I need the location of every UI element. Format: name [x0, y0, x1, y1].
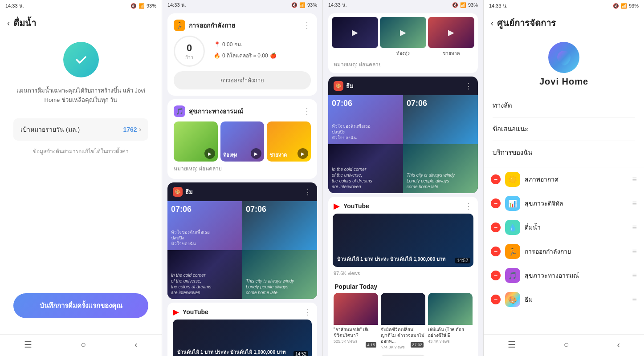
top-thumb-2[interactable]: ▶ — [380, 17, 426, 48]
time-p1: 14:33 น. — [5, 2, 24, 10]
mood-img-1[interactable]: ▶ — [174, 121, 218, 162]
drag-drink[interactable]: ≡ — [632, 223, 637, 232]
top-thumb-1[interactable]: ▶ — [332, 17, 378, 48]
theme-cell-p3-3[interactable]: In the cold cornerof the universe,the co… — [328, 144, 403, 193]
play-btn-2[interactable]: ▶ — [251, 148, 261, 159]
popular-thumb-3 — [428, 293, 473, 325]
exercise-title: 🏃 การออกกำลังกาย — [174, 20, 235, 31]
play-btn-3[interactable]: ▶ — [298, 148, 308, 159]
theme-cell-4[interactable]: This city is always windyLonely people a… — [242, 250, 317, 299]
theme-cell-p3-1[interactable]: 07:06 หัวใจของฉันเพื่อเธอ ปลบปิง หัวใจขอ… — [328, 95, 403, 144]
theme-cell-3[interactable]: In the cold cornerof the universe,the co… — [167, 250, 242, 299]
exercise-button[interactable]: การออกกำลังกาย — [174, 71, 311, 89]
goal-row[interactable]: เป้าหมายรายวัน (มล.) 1762 › — [13, 118, 148, 141]
panel2-scroll[interactable]: 🏃 การออกกำลังกาย ⋮ 0 ก้าว 📍 0.00 กม. — [162, 10, 322, 356]
description-text: แผนการดื่มน้ำเฉพาะคุณได้รับการสร้างขึ้น … — [13, 86, 148, 105]
remove-mood[interactable]: − — [491, 271, 501, 280]
back-nav-icon[interactable]: ‹ — [135, 340, 138, 350]
popular-item-2[interactable]: 37:02 จับผิดชีวิตเปลี่ยน! ญาติโม ตำรวจแม… — [381, 293, 425, 349]
panel3-scroll[interactable]: ▶ ▶ ▶ ท้องทุ่ง ชายหาด หมายเหตุ: ผ่อนคลาย — [323, 10, 483, 356]
service-mood[interactable]: − 🎵 สุขภาวะทางอารมณ์ ≡ — [484, 263, 644, 287]
theme-icon-p3: 🎨 — [334, 81, 343, 91]
youtube-card-p3: ▶ YouTube ⋮ บ้านต้นไม้ 1 บาท ประหะ บ้านต… — [328, 197, 478, 356]
theme-cell-p3-2[interactable]: 07:06 — [403, 95, 478, 144]
play-top-2[interactable]: ▶ — [380, 17, 426, 48]
home-icon-p4[interactable]: ○ — [564, 340, 569, 350]
play-top-3[interactable]: ▶ — [428, 17, 474, 48]
remove-drink[interactable]: − — [491, 222, 501, 232]
menu-icon-p4[interactable]: ☰ — [508, 339, 516, 350]
popular-item-3[interactable]: เล่ห์แต้น (The ต้อยอย่างซีรีส์ E 43.4K v… — [428, 293, 473, 349]
save-button[interactable]: บันทึกการดื่มครั้งแรกของคุณ — [13, 293, 148, 318]
service-digital[interactable]: − 📊 สุขภาวะดิจิทัล ≡ — [484, 191, 644, 215]
mood-img-2[interactable]: ท้องทุ่ง ▶ — [220, 121, 265, 162]
services-list: − ☀️ สภาพอากาศ ≡ − 📊 สุขภาวะดิจิทัล ≡ − … — [484, 167, 644, 334]
status-bar-p3: 14:33 น. 🔇 📶 93% — [323, 0, 483, 10]
menu-item-suggest[interactable]: ข้อเสนอแนะ — [484, 117, 644, 141]
yt-menu-p3[interactable]: ⋮ — [465, 201, 473, 211]
theme-cell-2[interactable]: 07:06 — [242, 201, 317, 250]
panel-widgets: 14:33 น. 🔇 📶 93% 🏃 การออกกำลังกาย ⋮ — [162, 0, 322, 356]
mood-img-3[interactable]: ชายหาด ▶ — [267, 121, 311, 162]
remove-theme[interactable]: − — [491, 295, 501, 304]
panel2-wrapper: 🏃 การออกกำลังกาย ⋮ 0 ก้าว 📍 0.00 กม. — [162, 10, 322, 356]
yt-header-p2: ▶ YouTube ⋮ — [167, 303, 317, 320]
service-exercise[interactable]: − 🏃 การออกกำลังกาย ≡ — [484, 239, 644, 263]
back-button-p1[interactable]: ‹ — [7, 19, 10, 28]
theme-cell-p3-4[interactable]: This city is always windyLonely people a… — [403, 144, 478, 193]
menu-item-shortcuts[interactable]: ทางลัด — [484, 94, 644, 117]
time-overlay-2: 07:06 — [246, 205, 266, 214]
mute-icon: 🔇 — [130, 3, 137, 9]
chevron-icon: › — [139, 125, 141, 134]
drag-exercise[interactable]: ≡ — [632, 247, 637, 256]
exercise-widget-header: 🏃 การออกกำลังกาย ⋮ — [174, 20, 311, 31]
status-bar-p2: 14:33 น. 🔇 📶 93% — [162, 0, 322, 10]
jovi-logo: Jovi Home — [484, 33, 644, 91]
yt-big-thumb-p3[interactable]: บ้านต้นไม้ 1 บาท ประหะ บ้านต้นไม้ 1,000,… — [333, 214, 473, 267]
top-label-2: ท้องทุ่ง — [380, 50, 426, 57]
remove-exercise[interactable]: − — [491, 247, 501, 256]
service-drink-left: − 💧 ดื่มน้ำ — [491, 220, 541, 235]
panel-management: 14:33 น. 🔇 📶 93% ‹ ศูนย์การจัดการ — [483, 0, 644, 356]
service-weather[interactable]: − ☀️ สภาพอากาศ ≡ — [484, 167, 644, 191]
quote-overlay-4: This city is always windyLonely people a… — [246, 278, 294, 295]
home-icon[interactable]: ○ — [81, 340, 86, 350]
panel-drink-water: 14:33 น. 🔇 📶 93% ‹ ดื่มน้ำ แผนการดื่มน้ำ… — [0, 0, 162, 356]
remove-weather[interactable]: − — [491, 174, 501, 184]
pop-dur-1: 4:15 — [366, 342, 376, 348]
drag-weather[interactable]: ≡ — [632, 175, 637, 184]
service-drink[interactable]: − 💧 ดื่มน้ำ ≡ — [484, 215, 644, 239]
status-icons-p2: 🔇 📶 93% — [291, 2, 317, 8]
theme-menu-p3[interactable]: ⋮ — [465, 81, 473, 91]
play-top-1[interactable]: ▶ — [332, 17, 378, 48]
mute-icon-p4: 🔇 — [613, 3, 619, 9]
yt-thumb-p2[interactable]: บ้านต้นไม้ 1 บาท ประหะ บ้านต้นไม้ 1,000,… — [173, 320, 312, 356]
exercise-menu[interactable]: ⋮ — [303, 20, 311, 30]
exercise-stats: 📍 0.00 กม. 🔥 0 กิโลแคลอรี ≈ 0.00 🍎 — [214, 40, 311, 62]
back-nav-icon-p4[interactable]: ‹ — [617, 340, 620, 350]
menu-icon[interactable]: ☰ — [24, 339, 32, 350]
theme-cell-1[interactable]: 07:06 หัวใจของฉันเพื่อเธอ ปลบปิง หัวใจขอ… — [167, 201, 242, 250]
yt-menu-p2[interactable]: ⋮ — [304, 307, 312, 317]
remove-digital[interactable]: − — [491, 198, 501, 208]
battery-p1: 93% — [147, 3, 156, 8]
time-p2: 14:33 น. — [167, 1, 186, 9]
menu-item-services[interactable]: บริการของฉัน — [484, 141, 644, 164]
theme-title-p3: 🎨 ธีม — [334, 81, 354, 91]
mood-menu[interactable]: ⋮ — [303, 106, 311, 116]
yt-video-title-p3: บ้านต้นไม้ 1 บาท ประหะ บ้านต้นไม้ 1,000,… — [337, 256, 445, 263]
service-theme[interactable]: − 🎨 ธีม ≡ — [484, 287, 644, 312]
drag-digital[interactable]: ≡ — [632, 199, 637, 208]
popular-grid: 4:15 "อาสัยหมอปอ" เสียชีวิตปริศนา? 525.3… — [328, 293, 478, 349]
popular-thumb-1 — [334, 293, 378, 325]
drag-theme[interactable]: ≡ — [632, 295, 637, 304]
yt-duration-p2: 14:52 — [293, 351, 308, 356]
battery-p3: 93% — [468, 2, 478, 8]
top-thumb-3[interactable]: ▶ — [428, 17, 474, 48]
status-icons-p4: 🔇 📶 93% — [613, 3, 639, 9]
theme-menu[interactable]: ⋮ — [304, 187, 312, 197]
drag-mood[interactable]: ≡ — [632, 271, 637, 280]
back-button-p4[interactable]: ‹ — [491, 19, 493, 28]
play-btn-1[interactable]: ▶ — [204, 148, 215, 159]
popular-item-1[interactable]: 4:15 "อาสัยหมอปอ" เสียชีวิตปริศนา? 525.3… — [334, 293, 378, 349]
